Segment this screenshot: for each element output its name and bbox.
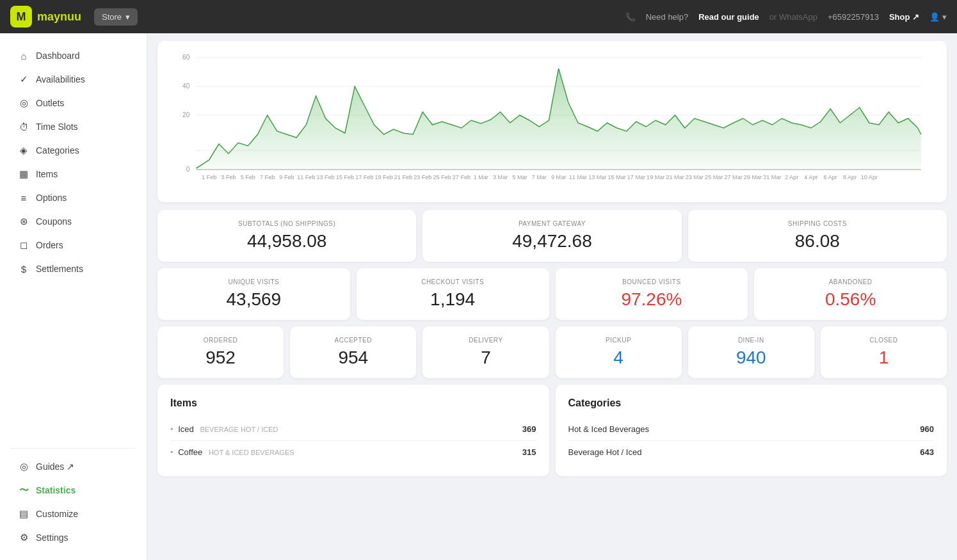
categories-table-title: Categories <box>568 397 935 409</box>
svg-text:23 Mar: 23 Mar <box>686 174 704 180</box>
svg-text:13 Mar: 13 Mar <box>588 174 606 180</box>
grid-icon: ▦ <box>18 168 29 180</box>
ordered-value: 952 <box>170 348 271 368</box>
dine-in-value: 940 <box>701 348 801 368</box>
svg-text:17 Mar: 17 Mar <box>627 174 645 180</box>
svg-text:21 Feb: 21 Feb <box>394 174 412 180</box>
pickup-label: PICKUP <box>568 337 669 344</box>
user-icon[interactable]: 👤 ▾ <box>929 12 947 22</box>
sidebar-label-options: Options <box>36 193 67 203</box>
svg-text:0: 0 <box>186 166 190 173</box>
closed-label: CLOSED <box>833 337 934 344</box>
guide-link[interactable]: Read our guide <box>698 12 759 22</box>
accepted-value: 954 <box>303 348 403 368</box>
sidebar-item-items[interactable]: ▦ Items <box>5 163 141 186</box>
sidebar-item-categories[interactable]: ◈ Categories <box>5 139 141 162</box>
dine-in-label: DINE-IN <box>701 337 801 344</box>
sidebar-item-settings[interactable]: ⚙ Settings <box>5 526 141 549</box>
items-table-title: Items <box>170 397 536 409</box>
sidebar-label-dashboard: Dashboard <box>36 51 80 61</box>
chart-container: 60 40 20 0 1 Feb 3 Feb 5 Feb 7 Feb 9 Fe <box>170 51 934 192</box>
sidebar-item-options[interactable]: ≡ Options <box>5 186 141 209</box>
table-row: Beverage Hot / Iced 643 <box>568 441 935 463</box>
sidebar-item-dashboard[interactable]: ⌂ Dashboard <box>5 44 141 67</box>
abandoned-value: 0.56% <box>767 289 934 310</box>
svg-text:21 Mar: 21 Mar <box>666 174 684 180</box>
svg-text:5 Mar: 5 Mar <box>512 174 527 180</box>
sidebar-label-customize: Customize <box>36 509 78 519</box>
svg-text:25 Mar: 25 Mar <box>705 174 723 180</box>
customize-icon: ▤ <box>18 508 29 520</box>
chart-icon: 〜 <box>18 484 29 496</box>
svg-text:4 Apr: 4 Apr <box>804 174 817 180</box>
closed-value: 1 <box>833 348 934 368</box>
gateway-label: PAYMENT GATEWAY <box>435 220 668 227</box>
svg-text:5 Feb: 5 Feb <box>241 174 255 180</box>
stat-gateway: PAYMENT GATEWAY 49,472.68 <box>422 210 681 262</box>
main-layout: ⌂ Dashboard ✓ Availabilities ◎ Outlets ⏱… <box>0 33 957 560</box>
cat-count-hot-iced: 960 <box>920 424 934 434</box>
sidebar-item-guides[interactable]: ◎ Guides ↗ <box>5 455 141 478</box>
ordered-label: ORDERED <box>170 337 271 344</box>
svg-text:40: 40 <box>182 83 190 90</box>
sidebar-label-orders: Orders <box>36 240 63 250</box>
svg-text:17 Feb: 17 Feb <box>355 174 373 180</box>
main-content: 60 40 20 0 1 Feb 3 Feb 5 Feb 7 Feb 9 Fe <box>147 33 957 560</box>
sidebar-label-categories: Categories <box>36 145 79 156</box>
checkout-visits-value: 1,194 <box>369 289 536 310</box>
sidebar-item-availabilities[interactable]: ✓ Availabilities <box>5 68 141 91</box>
stats-row-2: UNIQUE VISITS 43,569 CHECKOUT VISITS 1,1… <box>157 268 947 320</box>
svg-text:7 Feb: 7 Feb <box>260 174 275 180</box>
sidebar-label-coupons: Coupons <box>36 216 72 227</box>
item-name-coffee: • Coffee HOT & ICED BEVERAGES <box>170 447 294 457</box>
sidebar-label-items: Items <box>36 169 58 179</box>
items-table-card: Items • Iced BEVERAGE HOT / ICED 369 • C… <box>157 385 549 476</box>
stat-delivery: DELIVERY 7 <box>422 326 549 378</box>
svg-text:1 Mar: 1 Mar <box>474 174 488 180</box>
shop-link[interactable]: Shop ↗ <box>889 12 920 22</box>
table-row: • Coffee HOT & ICED BEVERAGES 315 <box>170 441 536 463</box>
sidebar-item-time-slots[interactable]: ⏱ Time Slots <box>5 115 141 138</box>
line-chart: 60 40 20 0 1 Feb 3 Feb 5 Feb 7 Feb 9 Fe <box>170 51 934 192</box>
stats-row-3: ORDERED 952 ACCEPTED 954 DELIVERY 7 PICK… <box>157 326 947 378</box>
phone-icon: 📞 <box>625 12 636 22</box>
svg-text:15 Feb: 15 Feb <box>336 174 354 180</box>
sidebar-item-outlets[interactable]: ◎ Outlets <box>5 92 141 115</box>
sidebar-item-orders[interactable]: ◻ Orders <box>5 234 141 257</box>
svg-text:31 Mar: 31 Mar <box>763 174 781 180</box>
home-icon: ⌂ <box>18 50 29 61</box>
unique-visits-value: 43,569 <box>170 289 337 310</box>
svg-text:2 Apr: 2 Apr <box>785 174 798 180</box>
svg-text:6 Apr: 6 Apr <box>824 174 837 180</box>
stats-row-1: SUBTOTALS (NO SHIPPINGS) 44,958.08 PAYME… <box>157 210 947 262</box>
tag-icon: ⊛ <box>18 216 29 227</box>
sidebar-label-guides: Guides ↗ <box>36 461 74 472</box>
svg-text:9 Mar: 9 Mar <box>551 174 566 180</box>
sidebar-item-customize[interactable]: ▤ Customize <box>5 502 141 525</box>
sidebar-bottom: ◎ Guides ↗ 〜 Statistics ▤ Customize ⚙ Se… <box>0 442 147 550</box>
svg-text:3 Feb: 3 Feb <box>221 174 236 180</box>
stat-pickup: PICKUP 4 <box>556 326 682 378</box>
svg-text:27 Mar: 27 Mar <box>724 174 742 180</box>
gateway-value: 49,472.68 <box>435 231 668 252</box>
logo: M maynuu <box>10 6 81 28</box>
store-selector[interactable]: Store ▾ <box>94 8 138 26</box>
settings-icon: ⚙ <box>18 532 29 543</box>
delivery-value: 7 <box>435 348 536 368</box>
chevron-down-icon: ▾ <box>125 12 130 22</box>
svg-text:15 Mar: 15 Mar <box>607 174 625 180</box>
outlet-icon: ◎ <box>18 97 29 109</box>
svg-text:29 Mar: 29 Mar <box>744 174 762 180</box>
svg-text:19 Mar: 19 Mar <box>647 174 664 180</box>
item-name-iced: • Iced BEVERAGE HOT / ICED <box>170 424 278 434</box>
sidebar-label-outlets: Outlets <box>36 98 64 108</box>
svg-text:19 Feb: 19 Feb <box>374 174 392 180</box>
list-icon: ≡ <box>18 192 29 204</box>
sidebar-item-coupons[interactable]: ⊛ Coupons <box>5 210 141 233</box>
layers-icon: ◈ <box>18 145 29 156</box>
sidebar-label-time-slots: Time Slots <box>36 122 78 132</box>
svg-text:3 Mar: 3 Mar <box>493 174 508 180</box>
sidebar-item-settlements[interactable]: $ Settlements <box>5 257 141 280</box>
orders-icon: ◻ <box>18 239 29 251</box>
sidebar-item-statistics[interactable]: 〜 Statistics <box>5 479 141 502</box>
